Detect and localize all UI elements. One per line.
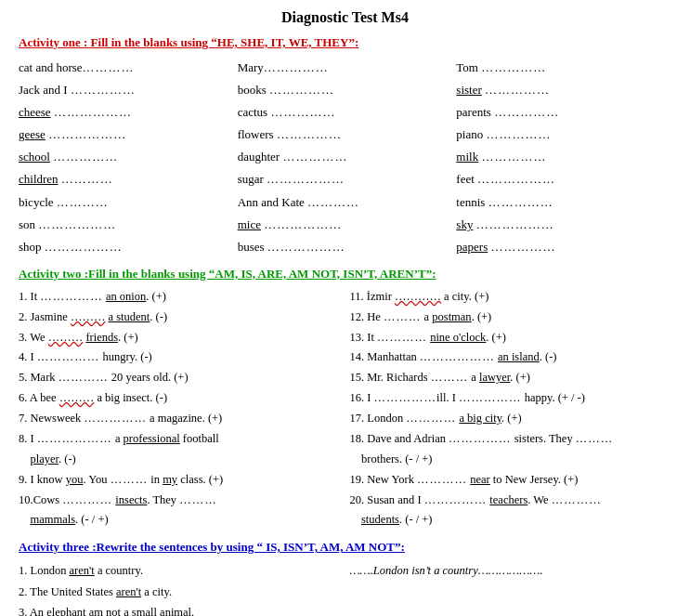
activity3-answers: …….London isn’t a country………………. [350,560,672,616]
list-item: 2. Jasmine ……… a student. (-) [19,308,341,328]
list-item: 3. An elephant am not a small animal. [19,602,341,616]
list-item: books …………… [238,80,453,100]
list-item: Mary…………… [238,58,453,78]
list-item: 16. I ……………ill. I …………… happy. (+ / -) [350,388,672,409]
list-item: piano …………… [456,125,671,145]
activity3-grid: 1. London aren't a country. 2. The Unite… [19,560,671,616]
list-item: 6. A bee ……… a big insect. (-) [19,388,341,409]
list-item: 12. He ……… a postman. (+) [350,308,672,328]
list-item: geese ……………… [19,125,234,145]
list-item: 2. The United States aren't a city. [19,582,341,603]
list-item: cactus …………… [238,102,453,123]
list-item: …….London isn’t a country………………. [350,560,672,582]
list-item: feet ……………… [456,169,671,190]
list-item: 14. Manhattan ……………… an island. (-) [350,347,672,368]
list-item: bicycle ………… [19,192,234,213]
list-item: flowers …………… [238,125,453,145]
list-item: sister …………… [456,80,671,100]
list-item: sky ……………… [456,215,671,235]
activity1-grid: cat and horse………… Mary…………… Tom …………… Ja… [19,58,671,257]
list-item: 3. We ……… friends. (+) [19,328,341,348]
activity3-sentences: 1. London aren't a country. 2. The Unite… [19,560,341,616]
list-item: 19. New York ………… near to New Jersey. (+… [350,470,672,491]
list-item: Ann and Kate ………… [238,192,453,213]
list-item: son ……………… [19,215,234,235]
list-item: 8. I ……………… a professional football play… [19,429,341,470]
list-item: buses ……………… [238,237,453,257]
activity1-section: Activity one : Fill in the blanks using … [19,35,671,257]
activity3-title: Activity three :Rewrite the sentences by… [19,540,671,555]
list-item: cheese ……………… [19,102,234,123]
list-item: 1. It …………… an onion. (+) [19,287,341,308]
list-item: Tom …………… [456,58,671,78]
list-item: 11. İzmir ………… a city. (+) [350,287,672,308]
activity2-title: Activity two :Fill in the blanks using “… [19,267,671,282]
list-item: papers …………… [456,237,671,257]
list-item: school …………… [19,147,234,167]
list-item: 10.Cows ………… insects. They ……… mammals. … [19,491,341,531]
list-item: 9. I know you. You ……… in my class. (+) [19,470,341,491]
activity2-left: 1. It …………… an onion. (+) 2. Jasmine ………… [19,287,341,531]
list-item: 20. Susan and I …………… teachers. We ………… … [350,491,672,531]
list-item: mice ……………… [238,215,453,235]
list-item: Jack and I …………… [19,80,234,100]
list-item: 5. Mark ………… 20 years old. (+) [19,368,341,388]
page-title: Diagnostic Test Ms4 [19,9,671,26]
list-item: daughter …………… [238,147,453,167]
list-item: parents …………… [456,102,671,123]
list-item: 17. London ………… a big city. (+) [350,409,672,429]
list-item: milk …………… [456,147,671,167]
list-item: cat and horse………… [19,58,234,78]
activity2-grid: 1. It …………… an onion. (+) 2. Jasmine ………… [19,287,671,531]
list-item: 7. Newsweek …………… a magazine. (+) [19,409,341,429]
list-item: sugar ……………… [238,169,453,190]
activity3-section: Activity three :Rewrite the sentences by… [19,540,671,616]
list-item: 13. It ………… nine o'clock. (+) [350,328,672,348]
list-item: shop ……………… [19,237,234,257]
list-item [350,582,672,603]
list-item: 18. Dave and Adrian …………… sisters. They … [350,429,672,470]
list-item: 4. I …………… hungry. (-) [19,347,341,368]
activity2-right: 11. İzmir ………… a city. (+) 12. He ……… a … [350,287,672,531]
list-item [350,602,672,616]
activity2-section: Activity two :Fill in the blanks using “… [19,267,671,531]
list-item: children ………… [19,169,234,190]
activity1-title: Activity one : Fill in the blanks using … [19,35,671,50]
list-item: tennis …………… [456,192,671,213]
list-item: 1. London aren't a country. [19,560,341,582]
list-item: 15. Mr. Richards ……… a lawyer. (+) [350,368,672,388]
